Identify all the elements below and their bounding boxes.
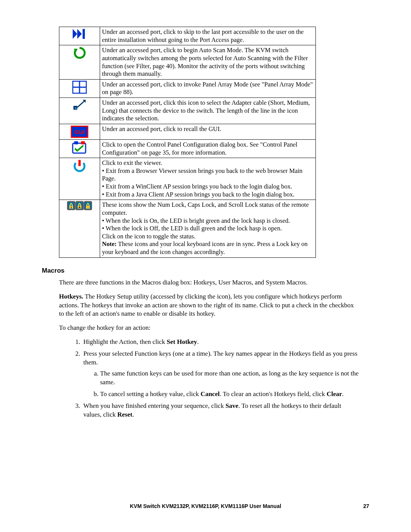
step-2-substeps: The same function keys can be used for m… [83, 369, 360, 399]
gui-icon: GUI [59, 124, 100, 139]
step-2: Press your selected Function keys (one a… [82, 350, 360, 399]
hotkey-steps: Highlight the Action, then click Set Hot… [59, 338, 360, 419]
adapter-icon [59, 98, 100, 124]
icon-description-table: Under an accessed port, click to skip to… [59, 27, 316, 258]
row-description: Under an accessed port, click to skip to… [100, 27, 316, 45]
svg-rect-2 [83, 29, 85, 39]
svg-marker-1 [77, 29, 82, 39]
page-number: 27 [363, 503, 369, 509]
exit-icon [59, 158, 100, 200]
row-description: Under an accessed port, click this icon … [100, 98, 316, 124]
table-row: Under an accessed port, click this icon … [59, 98, 316, 124]
panel-array-icon [59, 79, 100, 97]
table-row: Under an accessed port, click to begin A… [59, 45, 316, 80]
auto-scan-icon [59, 45, 100, 80]
step-2a: The same function keys can be used for m… [100, 369, 360, 387]
table-row: Under an accessed port, click to skip to… [59, 27, 316, 45]
svg-marker-0 [73, 29, 77, 39]
table-row: Click to open the Control Panel Configur… [59, 139, 316, 158]
hotkeys-paragraph: Hotkeys. The Hotkey Setup utility (acces… [59, 292, 360, 319]
svg-text:GUI: GUI [75, 129, 85, 135]
table-row: 1A↓These icons show the Num Lock, Caps L… [59, 200, 316, 257]
table-row: Click to exit the viewer. • Exit from a … [59, 158, 316, 200]
row-description: Under an accessed port, click to invoke … [100, 79, 316, 97]
macros-heading: Macros [42, 267, 369, 275]
row-description: These icons show the Num Lock, Caps Lock… [100, 200, 316, 257]
step-2b: To cancel setting a hotkey value, click … [100, 390, 360, 399]
svg-rect-15 [81, 141, 85, 144]
step-3: When you have finished entering your seq… [82, 402, 360, 419]
table-row: GUIUnder an accessed port, click to reca… [59, 124, 316, 139]
row-description: Under an accessed port, click to recall … [100, 124, 316, 139]
hotkeys-label: Hotkeys. [59, 293, 83, 300]
table-row: Under an accessed port, click to invoke … [59, 79, 316, 97]
row-description: Click to open the Control Panel Configur… [100, 139, 316, 158]
svg-line-9 [77, 101, 84, 107]
row-description: Click to exit the viewer. • Exit from a … [100, 158, 316, 200]
change-intro: To change the hotkey for an action: [59, 324, 360, 332]
footer-title: KVM Switch KVM2132P, KVM2116P, KVM1116P … [130, 503, 281, 509]
locks-icon: 1A↓ [59, 200, 100, 257]
svg-text:↓: ↓ [87, 206, 89, 209]
macros-intro: There are three functions in the Macros … [59, 278, 360, 287]
svg-rect-8 [75, 107, 76, 109]
row-description: Under an accessed port, click to begin A… [100, 45, 316, 80]
svg-text:1: 1 [70, 206, 72, 209]
hotkeys-text: The Hotkey Setup utility (accessed by cl… [59, 293, 354, 318]
skip-last-icon [59, 27, 100, 45]
svg-rect-17 [78, 160, 81, 166]
page-footer: KVM Switch KVM2132P, KVM2116P, KVM1116P … [42, 503, 369, 509]
svg-rect-16 [74, 141, 78, 144]
svg-text:A: A [78, 206, 81, 209]
step-1: Highlight the Action, then click Set Hot… [82, 338, 360, 347]
config-icon [59, 139, 100, 158]
